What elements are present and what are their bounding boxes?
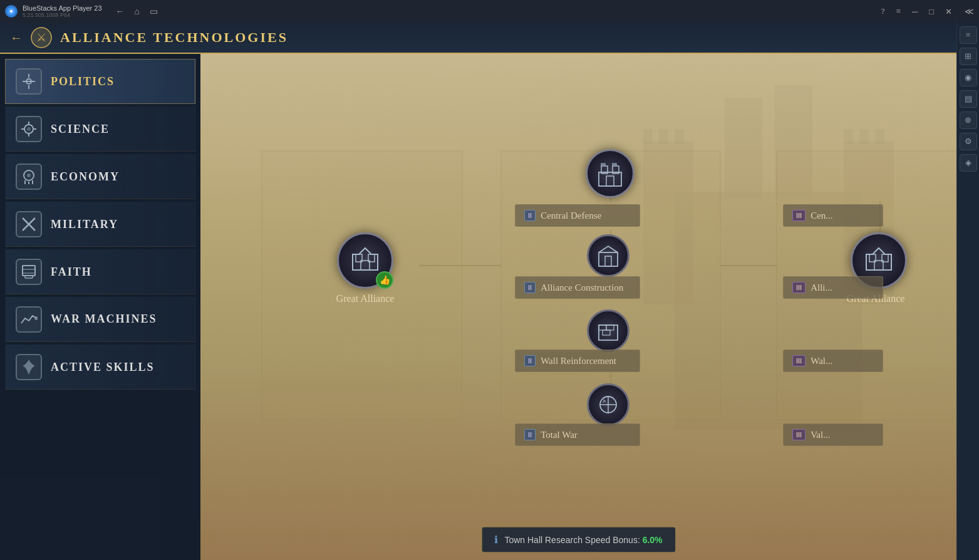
left-sidebar: POLITICS SCIENCE: [0, 54, 200, 560]
active-skills-icon: [16, 354, 42, 380]
nav-back-btn[interactable]: ←: [112, 5, 128, 18]
back-icon[interactable]: ←: [10, 31, 23, 45]
svg-rect-54: [599, 325, 606, 330]
svg-rect-23: [643, 142, 693, 304]
col3-valor-label: Val...: [811, 430, 830, 440]
svg-rect-26: [775, 85, 812, 198]
sidebar-item-war-machines[interactable]: WAR MACHINES: [5, 297, 195, 342]
economy-label: ECONOMY: [51, 170, 120, 184]
svg-rect-56: [603, 330, 610, 335]
col3-central-tier: III: [792, 210, 805, 221]
wall-reinforcement-tier: II: [524, 355, 536, 366]
rs-icon-circle[interactable]: ◉: [960, 69, 977, 86]
central-defense-tier: II: [524, 210, 536, 221]
col3-central-defense-btn[interactable]: III Cen...: [783, 204, 883, 227]
main-area: ← ⚔ ALLIANCE TECHNOLOGIES POLITICS: [0, 23, 979, 560]
faith-icon: [16, 259, 42, 285]
total-war-btn[interactable]: II Total War: [515, 423, 640, 446]
page-title: ALLIANCE TECHNOLOGIES: [60, 29, 288, 46]
nav-home-btn[interactable]: ⌂: [131, 5, 143, 18]
wall-reinforcement-btn[interactable]: II Wall Reinforcement: [515, 350, 640, 372]
col3-central-label: Cen...: [811, 210, 832, 221]
svg-point-12: [27, 127, 31, 131]
page-header: ← ⚔ ALLIANCE TECHNOLOGIES: [0, 23, 956, 54]
svg-rect-28: [659, 129, 668, 145]
svg-rect-55: [606, 325, 614, 330]
rs-icon-diamond[interactable]: ◈: [960, 154, 977, 172]
background: [200, 54, 956, 560]
sidebar-expand-btn[interactable]: ≪: [965, 6, 974, 16]
alliance-construction-btn[interactable]: II Alliance Construction: [515, 276, 640, 299]
col3-wall-btn[interactable]: III Wal...: [783, 350, 883, 372]
faith-label: FAITH: [51, 266, 92, 279]
military-label: MILITARY: [51, 218, 118, 231]
svg-rect-29: [675, 129, 684, 145]
window-close-btn[interactable]: ✕: [940, 5, 957, 18]
rs-icon-menu[interactable]: ≡: [960, 26, 977, 44]
right-sidebar: ? ≡ ⊞ ◉ ▤ ⊗ ⚙ ◈: [956, 0, 979, 560]
sidebar-item-active-skills[interactable]: ACTIVE SKILLS: [5, 345, 195, 390]
col3-alliance-label: Alli...: [811, 283, 832, 293]
rs-icon-gear[interactable]: ⚙: [960, 133, 977, 150]
window-maximize-btn[interactable]: □: [924, 5, 939, 18]
info-text: Town Hall Research Speed Bonus: 6.0%: [504, 535, 662, 545]
col2-top-node[interactable]: [586, 149, 635, 198]
total-war-tier: II: [524, 429, 536, 440]
svg-rect-52: [605, 256, 611, 266]
politics-icon: [16, 68, 42, 95]
settings-icon[interactable]: ≡: [891, 5, 906, 18]
svg-rect-31: [859, 129, 869, 145]
military-icon: [16, 211, 42, 237]
svg-rect-53: [599, 325, 618, 340]
alliance-logo: ⚔: [30, 26, 53, 49]
svg-rect-51: [599, 252, 618, 266]
science-label: SCIENCE: [51, 123, 110, 136]
window-minimize-btn[interactable]: ─: [907, 5, 923, 18]
app-version: 5.21.505.1008 P64: [23, 12, 102, 18]
col3-wall-label: Wal...: [811, 356, 832, 366]
nav-tabs-btn[interactable]: ▭: [146, 5, 162, 18]
info-bar: ℹ Town Hall Research Speed Bonus: 6.0%: [481, 527, 675, 552]
sidebar-item-politics[interactable]: POLITICS: [5, 59, 195, 104]
svg-rect-22: [675, 192, 862, 430]
alliance-construction-node[interactable]: [587, 234, 629, 277]
great-alliance-node-col1[interactable]: 👍: [337, 232, 393, 289]
sidebar-item-science[interactable]: SCIENCE: [5, 106, 195, 152]
col3-alliance-btn[interactable]: III Alli...: [783, 276, 883, 299]
content-area: 👍 Great Alliance II Cent: [200, 54, 956, 560]
wall-reinforcement-node[interactable]: [587, 309, 629, 352]
war-machines-icon: [16, 306, 42, 333]
svg-rect-32: [875, 129, 884, 145]
svg-point-14: [27, 174, 31, 177]
col3-alliance-tier: III: [792, 282, 805, 293]
total-war-node[interactable]: [587, 383, 629, 426]
svg-rect-27: [643, 129, 653, 145]
alliance-construction-label: Alliance Construction: [541, 283, 623, 293]
col3-valor-tier: III: [792, 429, 805, 440]
sidebar-item-military[interactable]: MILITARY: [5, 202, 195, 247]
war-machines-label: WAR MACHINES: [51, 313, 157, 326]
sidebar-item-economy[interactable]: ECONOMY: [5, 154, 195, 199]
col3-wall-tier: III: [792, 355, 805, 366]
svg-rect-50: [606, 176, 614, 186]
rs-icon-list[interactable]: ▤: [960, 90, 977, 108]
svg-text:⚔: ⚔: [36, 31, 46, 44]
app-name: BlueStacks App Player 23: [23, 4, 102, 12]
active-skills-label: ACTIVE SKILLS: [51, 361, 155, 374]
info-icon: ℹ: [494, 534, 498, 546]
central-defense-btn[interactable]: II Central Defense: [515, 204, 640, 227]
svg-rect-20: [25, 276, 33, 278]
right-panel-toggle[interactable]: ?: [876, 5, 890, 18]
sidebar-item-faith[interactable]: FAITH: [5, 249, 195, 294]
col3-valor-btn[interactable]: III Val...: [783, 423, 883, 446]
app-icon: [5, 5, 18, 18]
window-controls: ? ≡ ─ □ ✕: [876, 5, 957, 18]
svg-rect-17: [23, 266, 35, 276]
svg-rect-30: [844, 129, 853, 145]
rs-icon-grid[interactable]: ⊞: [960, 48, 977, 65]
great-alliance-label-col1: Great Alliance: [309, 293, 422, 304]
rs-icon-close[interactable]: ⊗: [960, 111, 977, 129]
economy-icon: [16, 163, 42, 190]
central-defense-label: Central Defense: [541, 210, 601, 221]
alliance-construction-tier: II: [524, 282, 536, 293]
